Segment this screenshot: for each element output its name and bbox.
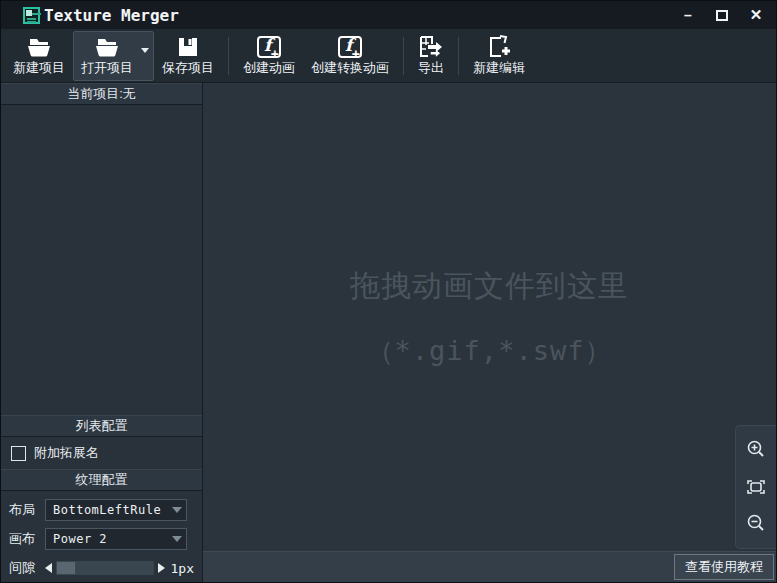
minimize-icon: –	[684, 10, 692, 20]
canvas-label: 画布	[9, 530, 45, 548]
toolbar-button-label: 创建转换动画	[311, 59, 389, 77]
create-animation-button[interactable]: f+ 创建动画	[235, 31, 303, 81]
export-icon	[418, 34, 444, 59]
zoom-panel	[735, 425, 776, 549]
zoom-out-button[interactable]	[743, 511, 769, 537]
minimize-button[interactable]: –	[674, 4, 702, 26]
texture-merger-window: Texture Merger – ✕ 新建项目 打开项目 保存项目	[0, 0, 777, 583]
export-button[interactable]: 导出	[410, 31, 452, 81]
window-controls: – ✕	[674, 4, 770, 26]
zoom-in-icon	[745, 439, 767, 461]
animation-drop-zone[interactable]: 拖拽动画文件到这里 （*.gif,*.swf）	[203, 83, 776, 551]
gap-row: 间隙 1px	[9, 557, 194, 579]
append-extension-label: 附加拓展名	[34, 444, 99, 462]
canvas-row: 画布 Power 2	[9, 528, 194, 550]
list-config-header: 列表配置	[1, 415, 202, 437]
flash-plus-icon: f+	[338, 34, 362, 59]
zoom-in-button[interactable]	[743, 437, 769, 463]
gap-slider[interactable]	[56, 561, 154, 575]
canvas-select[interactable]: Power 2	[45, 528, 187, 550]
folder-open-icon	[26, 34, 52, 59]
app-logo-icon	[23, 7, 40, 24]
close-icon: ✕	[750, 6, 763, 24]
layout-label: 布局	[9, 501, 45, 519]
close-button[interactable]: ✕	[742, 4, 770, 26]
project-file-list[interactable]	[1, 105, 202, 415]
append-extension-checkbox-row[interactable]: 附加拓展名	[1, 437, 202, 469]
texture-config-controls: 布局 BottomLeftRule 画布 Power 2 间隙	[1, 491, 202, 582]
toolbar-button-label: 创建动画	[243, 59, 295, 77]
save-icon	[177, 34, 199, 59]
create-transition-animation-button[interactable]: f+ 创建转换动画	[303, 31, 397, 81]
maximize-button[interactable]	[708, 4, 736, 26]
toolbar-button-label: 新建项目	[13, 59, 65, 77]
right-column: 拖拽动画文件到这里 （*.gif,*.swf） 查看使用教程	[203, 83, 776, 582]
maximize-icon	[716, 10, 728, 21]
folder-open-icon	[94, 34, 120, 59]
toolbar-button-label: 保存项目	[162, 59, 214, 77]
texture-config-header: 纹理配置	[1, 469, 202, 491]
new-project-button[interactable]: 新建项目	[5, 31, 73, 81]
canvas-select-value: Power 2	[46, 532, 168, 546]
new-edit-button[interactable]: 新建编辑	[465, 31, 533, 81]
sidebar: 当前项目:无 列表配置 附加拓展名 纹理配置 布局 BottomLeftRule…	[1, 83, 203, 582]
chevron-down-icon[interactable]	[168, 536, 186, 542]
chevron-down-icon[interactable]	[141, 48, 149, 53]
slider-decrease-arrow-icon[interactable]	[45, 563, 52, 573]
document-plus-icon	[487, 34, 511, 59]
view-tutorial-button[interactable]: 查看使用教程	[674, 554, 774, 580]
gap-label: 间隙	[9, 559, 45, 577]
drop-hint-text: 拖拽动画文件到这里	[350, 266, 629, 307]
fit-view-button[interactable]	[743, 474, 769, 500]
toolbar-separator	[458, 37, 459, 75]
zoom-out-icon	[745, 513, 767, 535]
content-area: 当前项目:无 列表配置 附加拓展名 纹理配置 布局 BottomLeftRule…	[1, 83, 776, 582]
toolbar: 新建项目 打开项目 保存项目 f+ 创建动画 f+ 创建转	[1, 29, 776, 83]
layout-select[interactable]: BottomLeftRule	[45, 499, 187, 521]
titlebar: Texture Merger – ✕	[1, 1, 776, 29]
status-bar: 查看使用教程	[203, 551, 776, 582]
gap-slider-handle[interactable]	[57, 562, 75, 574]
open-project-button[interactable]: 打开项目	[73, 31, 154, 81]
drop-formats-text: （*.gif,*.swf）	[367, 333, 613, 369]
toolbar-button-label: 打开项目	[81, 59, 133, 77]
save-project-button[interactable]: 保存项目	[154, 31, 222, 81]
layout-select-value: BottomLeftRule	[46, 503, 168, 517]
chevron-down-icon[interactable]	[168, 507, 186, 513]
checkbox-unchecked-icon[interactable]	[11, 446, 26, 461]
flash-plus-icon: f+	[257, 34, 281, 59]
fit-screen-icon	[745, 476, 767, 498]
slider-increase-arrow-icon[interactable]	[158, 563, 165, 573]
toolbar-button-label: 新建编辑	[473, 59, 525, 77]
toolbar-button-label: 导出	[418, 59, 444, 77]
current-project-header: 当前项目:无	[1, 83, 202, 105]
toolbar-separator	[228, 37, 229, 75]
window-title: Texture Merger	[44, 6, 179, 25]
toolbar-separator	[403, 37, 404, 75]
gap-value: 1px	[171, 561, 194, 576]
layout-row: 布局 BottomLeftRule	[9, 499, 194, 521]
